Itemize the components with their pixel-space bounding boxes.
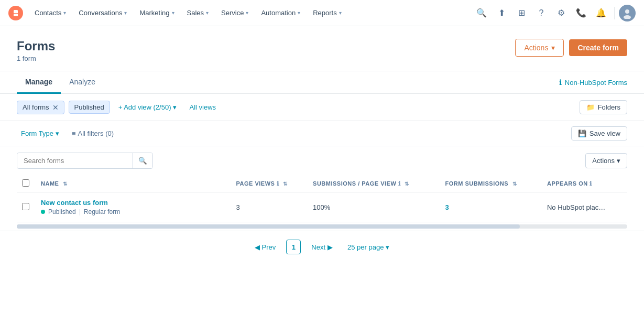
table-header-row: NAME ⇅ PAGE VIEWS ℹ ⇅ SUBMISSIONS / PAGE… [17, 175, 627, 192]
checkbox-header [17, 175, 36, 192]
page-title-group: Forms 1 form [17, 39, 55, 62]
nav-automation[interactable]: Automation ▾ [256, 6, 305, 20]
row-submissions-per-view-cell: 100% [308, 192, 440, 222]
search-input-wrap: 🔍 [17, 153, 153, 169]
nav-reports[interactable]: Reports ▾ [308, 6, 347, 20]
prev-page-button[interactable]: ◀ Prev [250, 241, 280, 253]
all-views-button[interactable]: All views [185, 101, 220, 113]
all-filters-button[interactable]: ≡ All filters (0) [68, 127, 118, 139]
search-input[interactable] [17, 153, 133, 168]
nav-marketing[interactable]: Marketing ▾ [134, 6, 179, 20]
help-icon[interactable]: ? [532, 4, 550, 22]
automation-chevron-icon: ▾ [298, 10, 300, 16]
col-submissions-per-view[interactable]: SUBMISSIONS / PAGE VIEW ℹ ⇅ [308, 175, 440, 192]
form-type-filter-button[interactable]: Form Type ▾ [17, 127, 63, 139]
published-filter-tab[interactable]: Published [69, 101, 110, 114]
create-form-button[interactable]: Create form [569, 39, 627, 56]
row-name-cell: New contact us form Published | Regular … [36, 192, 231, 222]
info-appears-icon: ℹ [590, 180, 592, 187]
select-all-checkbox[interactable] [22, 179, 29, 187]
per-page-chevron-icon: ▾ [386, 243, 389, 251]
actions-button[interactable]: Actions ▾ [515, 39, 564, 57]
page-views-sort-icon: ⇅ [283, 181, 288, 187]
phone-icon[interactable]: 📞 [572, 4, 590, 22]
save-icon: 💾 [578, 129, 586, 137]
horizontal-scrollbar[interactable] [0, 224, 644, 229]
name-sort-icon: ⇅ [63, 181, 68, 187]
settings-icon[interactable]: ⚙ [552, 4, 570, 22]
non-hubspot-forms-link[interactable]: ℹ Non-HubSpot Forms [559, 71, 627, 93]
nav-service[interactable]: Service ▾ [216, 6, 254, 20]
form-type-label: Regular form [84, 208, 120, 215]
submissions-sort-icon: ⇅ [405, 181, 409, 187]
actions-chevron-icon: ▾ [551, 44, 555, 52]
pagination: ◀ Prev 1 Next ▶ 25 per page ▾ [0, 231, 644, 263]
folders-button[interactable]: 📁 Folders [580, 100, 627, 114]
add-view-chevron-icon: ▾ [173, 103, 177, 111]
service-chevron-icon: ▾ [246, 10, 248, 16]
col-name[interactable]: NAME ⇅ [36, 175, 231, 192]
save-view-button[interactable]: 💾 Save view [571, 126, 627, 141]
toolbar: Form Type ▾ ≡ All filters (0) 💾 Save vie… [0, 121, 644, 146]
form-meta: Published | Regular form [41, 208, 226, 215]
topnav-icon-group: 🔍 ⬆ ⊞ ? ⚙ 📞 🔔 [473, 4, 636, 22]
next-icon: ▶ [328, 243, 333, 251]
tab-manage[interactable]: Manage [17, 71, 61, 94]
row-page-views-cell: 3 [231, 192, 308, 222]
conversations-chevron-icon: ▾ [124, 10, 127, 16]
hubspot-logo[interactable] [8, 6, 23, 20]
add-view-button[interactable]: + Add view (2/50) ▾ [114, 101, 181, 113]
info-page-views-icon: ℹ [277, 180, 279, 187]
info-submissions-icon: ℹ [398, 180, 401, 187]
filter-icon: ≡ [72, 129, 76, 137]
svg-rect-1 [14, 14, 18, 16]
prev-icon: ◀ [255, 243, 260, 251]
all-forms-filter-tag[interactable]: All forms ✕ [17, 101, 64, 114]
row-form-submissions-cell: 3 [440, 192, 542, 222]
form-status-label: Published [48, 208, 76, 215]
search-icon[interactable]: 🔍 [473, 4, 490, 22]
user-avatar[interactable] [619, 5, 636, 21]
reports-chevron-icon: ▾ [339, 10, 342, 16]
upgrade-icon[interactable]: ⬆ [493, 4, 510, 22]
per-page-button[interactable]: 25 per page ▾ [343, 241, 394, 253]
nav-conversations[interactable]: Conversations ▾ [73, 6, 132, 20]
col-form-submissions[interactable]: FORM SUBMISSIONS ⇅ [440, 175, 542, 192]
next-page-button[interactable]: Next ▶ [307, 241, 337, 253]
row-checkbox-cell [17, 192, 36, 222]
nav-contacts[interactable]: Contacts ▾ [29, 6, 71, 20]
form-name-link[interactable]: New contact us form [41, 199, 226, 207]
row-appears-on-cell: No HubSpot plac… [542, 192, 627, 222]
contacts-chevron-icon: ▾ [63, 10, 66, 16]
svg-point-3 [624, 15, 631, 19]
published-status-dot [41, 210, 45, 214]
nav-divider [614, 7, 615, 19]
marketplace-icon[interactable]: ⊞ [512, 4, 530, 22]
row-checkbox[interactable] [22, 203, 29, 210]
table-row: New contact us form Published | Regular … [17, 192, 627, 222]
nav-sales[interactable]: Sales ▾ [182, 6, 214, 20]
col-appears-on[interactable]: APPEARS ON ℹ [542, 175, 627, 192]
tab-analyze[interactable]: Analyze [61, 71, 104, 94]
filter-bar: All forms ✕ Published + Add view (2/50) … [0, 94, 644, 121]
page-title: Forms [17, 39, 55, 53]
form-sub-sort-icon: ⇅ [512, 181, 517, 187]
table-actions-dropdown[interactable]: Actions ▾ [585, 153, 627, 168]
top-navigation: Contacts ▾ Conversations ▾ Marketing ▾ S… [0, 0, 644, 26]
sales-chevron-icon: ▾ [206, 10, 209, 16]
dropdown-chevron-icon: ▾ [617, 157, 620, 165]
tabs-bar: Manage Analyze ℹ Non-HubSpot Forms [0, 71, 644, 94]
scrollbar-track [17, 224, 627, 229]
form-type-chevron-icon: ▾ [56, 129, 59, 137]
current-page-indicator: 1 [286, 240, 301, 254]
col-page-views[interactable]: PAGE VIEWS ℹ ⇅ [231, 175, 308, 192]
close-filter-icon[interactable]: ✕ [52, 103, 59, 112]
search-button[interactable]: 🔍 [133, 153, 152, 168]
page-header: Forms 1 form Actions ▾ Create form [0, 26, 644, 71]
header-actions: Actions ▾ Create form [515, 39, 627, 57]
meta-separator: | [79, 208, 81, 215]
info-icon: ℹ [559, 78, 562, 87]
page-content: Forms 1 form Actions ▾ Create form Manag… [0, 26, 644, 313]
scrollbar-thumb[interactable] [17, 224, 520, 229]
notifications-icon[interactable]: 🔔 [592, 4, 610, 22]
